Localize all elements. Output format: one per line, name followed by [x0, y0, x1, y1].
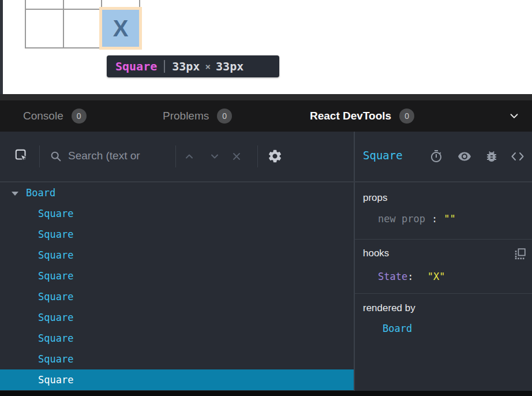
- tree-item-square-selected[interactable]: Square: [0, 369, 354, 390]
- tooltip-divider: [164, 60, 165, 73]
- bottom-bar: [0, 391, 532, 396]
- component-tree: Board Square Square Square Square Square…: [0, 182, 354, 390]
- tab-console-badge: 0: [72, 109, 87, 124]
- hook-state-row[interactable]: State: "X": [378, 270, 445, 283]
- tooltip-component-name: Square: [115, 59, 157, 73]
- hook-separator: :: [407, 271, 413, 282]
- chevron-up-icon[interactable]: [183, 151, 195, 162]
- window-left-edge: [0, 0, 3, 94]
- toolbar-separator: [175, 145, 176, 167]
- grid-line: [25, 0, 26, 48]
- selected-component-title: Square: [363, 149, 403, 162]
- devtools-tab-bar: Console 0 Problems 0 React DevTools 0: [0, 100, 532, 132]
- tree-item-label: Square: [38, 291, 73, 302]
- tab-console-label: Console: [23, 110, 63, 122]
- code-brackets-icon[interactable]: [510, 150, 525, 163]
- tree-item-square[interactable]: Square: [0, 286, 354, 307]
- bug-icon[interactable]: [485, 150, 499, 163]
- tree-item-square[interactable]: Square: [0, 266, 354, 286]
- react-devtools-panel: Square Board Square Square Square Square…: [0, 132, 532, 391]
- rendered-by-section-header: rendered by: [363, 301, 415, 315]
- grid-line: [63, 0, 64, 48]
- search-input[interactable]: [68, 147, 175, 165]
- tooltip-height: 33px: [216, 59, 243, 73]
- tree-item-label: Square: [38, 208, 73, 219]
- tree-item-label: Square: [38, 333, 73, 344]
- tooltip-dimensions: 33px × 33px: [172, 59, 243, 73]
- inspect-tooltip: Square 33px × 33px: [107, 55, 279, 77]
- tab-react-devtools-badge: 0: [399, 109, 414, 124]
- tab-console[interactable]: Console 0: [23, 100, 87, 132]
- new-prop-row[interactable]: new prop : "": [378, 212, 456, 226]
- tree-item-label: Board: [26, 187, 55, 199]
- tree-item-label: Square: [38, 229, 73, 240]
- square-value: X: [113, 16, 129, 42]
- page-viewport: X Square 33px × 33px: [0, 0, 532, 94]
- eye-icon[interactable]: [457, 150, 472, 163]
- inspected-square-cell[interactable]: X: [102, 10, 139, 47]
- section-divider: [355, 293, 532, 294]
- grid-line: [25, 47, 140, 48]
- tooltip-times: ×: [205, 61, 211, 72]
- tab-problems-badge: 0: [217, 109, 232, 124]
- hook-value[interactable]: "X": [428, 271, 445, 282]
- tab-react-devtools[interactable]: React DevTools 0: [310, 100, 414, 132]
- rendered-by-link[interactable]: Board: [383, 322, 412, 335]
- prop-separator: :: [432, 212, 437, 226]
- react-devtools-screen: X Square 33px × 33px Console 0 Problems …: [0, 0, 532, 396]
- tree-item-square[interactable]: Square: [0, 328, 354, 349]
- tree-item-label: Square: [38, 312, 73, 323]
- gear-icon[interactable]: [267, 148, 283, 164]
- props-section-header: props: [363, 191, 388, 205]
- tree-item-label: Square: [38, 374, 73, 386]
- inspect-element-icon[interactable]: [14, 148, 29, 163]
- chevron-down-icon[interactable]: [508, 110, 520, 122]
- tree-item-square[interactable]: Square: [0, 349, 354, 369]
- tree-item-board[interactable]: Board: [0, 182, 354, 203]
- tree-item-square[interactable]: Square: [0, 224, 354, 245]
- tree-item-square[interactable]: Square: [0, 307, 354, 328]
- new-prop-value[interactable]: "": [444, 212, 455, 226]
- tree-item-label: Square: [38, 353, 73, 365]
- tree-item-label: Square: [38, 270, 73, 282]
- tab-problems-label: Problems: [163, 110, 209, 122]
- tree-item-label: Square: [38, 249, 73, 261]
- toolbar-separator: [39, 145, 40, 167]
- drawer-top-strip: [0, 94, 532, 100]
- section-divider: [355, 239, 532, 240]
- close-icon[interactable]: [231, 151, 242, 162]
- tree-item-square[interactable]: Square: [0, 203, 354, 224]
- hook-name: State: [378, 271, 407, 282]
- chevron-down-icon[interactable]: [209, 151, 220, 162]
- tab-react-devtools-label: React DevTools: [310, 110, 391, 122]
- tooltip-width: 33px: [172, 59, 200, 73]
- parse-hook-names-icon[interactable]: [514, 248, 526, 260]
- toolbar-separator: [257, 145, 258, 167]
- tab-problems[interactable]: Problems 0: [163, 100, 232, 132]
- stopwatch-icon[interactable]: [429, 150, 443, 163]
- panel-divider[interactable]: [354, 132, 355, 391]
- hooks-section-header: hooks: [363, 246, 389, 260]
- search-icon: [50, 150, 62, 163]
- tree-item-square[interactable]: Square: [0, 245, 354, 266]
- grid-line: [139, 0, 140, 48]
- new-prop-input[interactable]: new prop: [378, 212, 425, 226]
- expander-triangle-icon[interactable]: [12, 192, 18, 196]
